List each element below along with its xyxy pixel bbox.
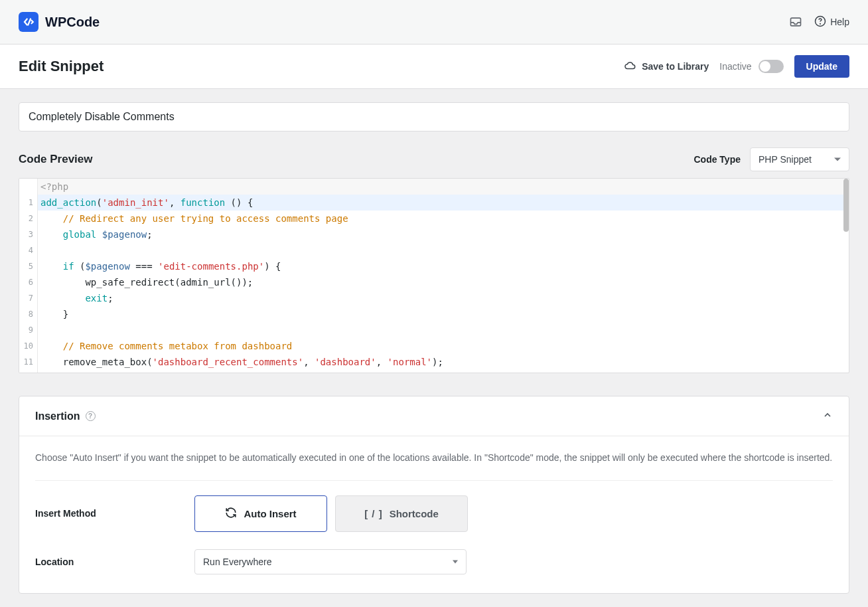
chevron-up-icon[interactable] bbox=[822, 410, 833, 422]
insert-method-options: Auto Insert [ / ] Shortcode bbox=[194, 495, 468, 532]
update-button[interactable]: Update bbox=[794, 55, 849, 78]
insertion-title-wrap: Insertion ? bbox=[35, 410, 96, 422]
insertion-header[interactable]: Insertion ? bbox=[19, 396, 849, 436]
code-editor[interactable]: 1234567891011 <?phpadd_action('admin_ini… bbox=[19, 178, 849, 373]
sub-actions: Save to Library Inactive Update bbox=[624, 55, 849, 78]
auto-insert-label: Auto Insert bbox=[244, 508, 296, 519]
shortcode-label: Shortcode bbox=[390, 508, 439, 519]
shortcode-icon: [ / ] bbox=[364, 508, 383, 519]
save-to-library-button[interactable]: Save to Library bbox=[624, 60, 709, 74]
scrollbar-thumb[interactable] bbox=[843, 179, 849, 232]
top-right-actions: Help bbox=[789, 15, 849, 29]
code-line[interactable] bbox=[38, 242, 843, 258]
line-number: 9 bbox=[19, 322, 37, 338]
page-title: Edit Snippet bbox=[19, 58, 104, 75]
code-header: Code Preview Code Type PHP Snippet bbox=[19, 147, 849, 171]
status-label: Inactive bbox=[719, 61, 751, 72]
code-line[interactable]: // Remove comments metabox from dashboar… bbox=[38, 338, 843, 354]
insertion-description: Choose "Auto Insert" if you want the sni… bbox=[35, 451, 833, 466]
location-row: Location Run Everywhere bbox=[35, 549, 833, 574]
line-number: 6 bbox=[19, 274, 37, 290]
location-label: Location bbox=[35, 557, 194, 567]
location-value: Run Everywhere bbox=[203, 557, 272, 567]
logo-icon bbox=[19, 12, 38, 32]
inbox-icon[interactable] bbox=[789, 15, 802, 29]
cloud-icon bbox=[624, 60, 636, 74]
shortcode-button[interactable]: [ / ] Shortcode bbox=[335, 495, 468, 532]
code-preview-label: Code Preview bbox=[19, 153, 93, 166]
code-type-value: PHP Snippet bbox=[759, 154, 812, 165]
insertion-body: Choose "Auto Insert" if you want the sni… bbox=[19, 436, 849, 593]
svg-point-3 bbox=[820, 23, 821, 24]
code-type-select[interactable]: PHP Snippet bbox=[750, 147, 849, 171]
line-number: 7 bbox=[19, 290, 37, 306]
help-tooltip-icon[interactable]: ? bbox=[86, 411, 96, 421]
svg-line-0 bbox=[28, 19, 31, 25]
active-toggle[interactable] bbox=[759, 60, 784, 73]
line-number: 2 bbox=[19, 211, 37, 226]
snippet-title-input[interactable] bbox=[19, 102, 849, 131]
line-number: 3 bbox=[19, 226, 37, 242]
help-icon bbox=[814, 15, 826, 29]
line-number: 1 bbox=[19, 195, 37, 211]
code-line[interactable]: } bbox=[38, 306, 843, 322]
code-section: Code Preview Code Type PHP Snippet 12345… bbox=[19, 147, 849, 373]
code-line[interactable] bbox=[38, 322, 843, 338]
help-link[interactable]: Help bbox=[814, 15, 849, 29]
line-number: 11 bbox=[19, 354, 37, 370]
status-toggle-group: Inactive bbox=[719, 60, 783, 73]
divider bbox=[35, 480, 833, 481]
insert-method-label: Insert Method bbox=[35, 508, 194, 519]
insertion-panel: Insertion ? Choose "Auto Insert" if you … bbox=[19, 396, 849, 594]
help-label: Help bbox=[830, 17, 849, 27]
top-header: WPCode Help bbox=[0, 0, 868, 44]
code-gutter: 1234567891011 bbox=[19, 179, 38, 373]
sub-header: Edit Snippet Save to Library Inactive Up… bbox=[0, 44, 868, 89]
code-line[interactable]: remove_meta_box('dashboard_recent_commen… bbox=[38, 354, 843, 370]
location-select[interactable]: Run Everywhere bbox=[194, 549, 467, 574]
code-line[interactable]: global $pagenow; bbox=[38, 226, 843, 242]
code-type-label: Code Type bbox=[693, 154, 741, 165]
code-line[interactable]: // Redirect any user trying to access co… bbox=[38, 211, 843, 226]
line-number: 5 bbox=[19, 258, 37, 274]
line-number bbox=[19, 179, 37, 195]
logo-text: WPCode bbox=[45, 15, 100, 30]
code-lines: <?phpadd_action('admin_init', function (… bbox=[38, 179, 843, 373]
line-number: 8 bbox=[19, 306, 37, 322]
code-line[interactable]: if ($pagenow === 'edit-comments.php') { bbox=[38, 258, 843, 274]
insertion-title: Insertion bbox=[35, 410, 80, 422]
line-number: 10 bbox=[19, 338, 37, 354]
insert-method-row: Insert Method Auto Insert [ / ] Shortcod… bbox=[35, 495, 833, 532]
line-number: 4 bbox=[19, 242, 37, 258]
toggle-knob bbox=[760, 61, 770, 72]
auto-insert-button[interactable]: Auto Insert bbox=[194, 495, 327, 532]
code-type-group: Code Type PHP Snippet bbox=[693, 147, 849, 171]
code-line[interactable]: wp_safe_redirect(admin_url()); bbox=[38, 274, 843, 290]
refresh-icon bbox=[225, 507, 237, 521]
content: Code Preview Code Type PHP Snippet 12345… bbox=[0, 89, 868, 607]
code-line[interactable]: add_action('admin_init', function () { bbox=[38, 195, 843, 211]
code-line[interactable]: <?php bbox=[38, 179, 843, 195]
logo[interactable]: WPCode bbox=[19, 12, 100, 32]
code-line[interactable]: exit; bbox=[38, 290, 843, 306]
save-to-library-label: Save to Library bbox=[642, 61, 709, 72]
